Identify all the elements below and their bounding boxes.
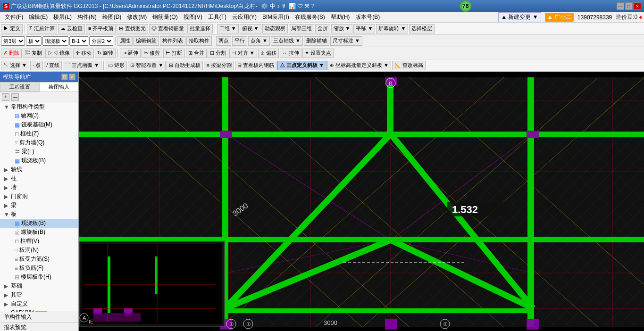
btn-line[interactable]: / 直线: [44, 61, 62, 70]
btn-rotate[interactable]: ↻ 旋转: [95, 49, 116, 58]
btn-align-top[interactable]: ≡ 齐平板顶: [86, 24, 116, 33]
btn-find[interactable]: ⊞ 查找图元: [117, 24, 148, 33]
menu-edit[interactable]: 编辑(E): [26, 12, 50, 22]
tree-raft[interactable]: ▦ 筏板基础(M): [0, 120, 78, 129]
sidebar-close-btn[interactable]: ×: [69, 74, 75, 80]
btn-component-list[interactable]: 构件列表: [160, 36, 185, 46]
expand-icon[interactable]: ▶: [4, 193, 9, 200]
menu-online[interactable]: 在线服务(S): [292, 12, 328, 22]
btn-copy[interactable]: ⿷ 复制: [23, 49, 44, 58]
tree-column[interactable]: ⊓ 框柱(Z): [0, 129, 78, 138]
btn-parallel[interactable]: 平行: [232, 36, 247, 46]
tree-col-cap[interactable]: ⊓ 柱帽(V): [0, 237, 78, 246]
guangfa-btn[interactable]: ▲ 广小二: [545, 13, 574, 22]
expand-icon[interactable]: ▶: [4, 166, 9, 173]
btn-zoom[interactable]: 缩放 ▼: [331, 24, 353, 33]
btn-dynamic[interactable]: 动态观察: [262, 24, 288, 33]
btn-local-3d[interactable]: 局部三维: [289, 24, 314, 33]
tree-axis[interactable]: ⊞ 轴网(J): [0, 111, 78, 120]
btn-select-floor[interactable]: 选择楼层: [409, 24, 435, 33]
tree-axis-group[interactable]: ▶ 轴线: [0, 165, 78, 174]
sidebar-minus-btn[interactable]: —: [11, 93, 19, 101]
btn-align[interactable]: ⊣ 对齐 ▼: [229, 49, 257, 58]
btn-rotate-screen[interactable]: 屏幕旋转 ▼: [376, 24, 408, 33]
menu-cloud[interactable]: 云应用(Y): [229, 12, 259, 22]
btn-dimension[interactable]: 尺寸标注 ▼: [330, 36, 362, 46]
btn-break[interactable]: ⊢ 打断: [163, 49, 184, 58]
btn-single-input[interactable]: 单构件输入: [0, 312, 78, 323]
tree-custom-group[interactable]: ▶ 自定义: [0, 299, 78, 308]
close-btn[interactable]: ×: [634, 2, 641, 10]
expand-icon[interactable]: ▼: [4, 211, 9, 218]
btn-pick[interactable]: 拾取构件: [186, 36, 212, 46]
menu-steel[interactable]: 钢筋量(Q): [150, 12, 180, 22]
btn-two-point[interactable]: 两点: [216, 36, 231, 46]
expand-icon[interactable]: ▶: [4, 202, 9, 209]
menu-draw[interactable]: 绘图(D): [100, 12, 125, 22]
new-change-btn[interactable]: ▲ 新建变更 ▼: [498, 12, 541, 22]
btn-summary[interactable]: Σ 汇总计算: [27, 24, 57, 33]
btn-cloud-check[interactable]: ☁ 云检查: [58, 24, 85, 33]
tree-slab-group[interactable]: ▼ 板: [0, 210, 78, 219]
tree-wall-group[interactable]: ▶ 墙: [0, 183, 78, 192]
btn-view-steel[interactable]: ◎ 查看钢筋量: [149, 24, 186, 33]
btn-delete[interactable]: ✗ 删除: [1, 49, 22, 58]
expand-icon[interactable]: ▶: [4, 301, 9, 307]
btn-merge[interactable]: ⊞ 合并: [186, 49, 207, 58]
btn-property[interactable]: 属性: [117, 36, 133, 46]
tree-cad-group[interactable]: ▶ CAD识别 NEW: [0, 308, 78, 312]
btn-offset[interactable]: ⊕ 偏移: [258, 49, 279, 58]
btn-define[interactable]: ▶ 定义: [1, 24, 23, 33]
menu-bim[interactable]: BIM应用(I): [259, 12, 292, 22]
tree-spiral-slab[interactable]: ◎ 螺旋板(B): [0, 228, 78, 237]
expand-icon[interactable]: ▶: [4, 292, 9, 298]
btn-check-height[interactable]: 📐 查改标高: [392, 61, 426, 70]
btn-batch[interactable]: 批量选择: [187, 24, 213, 33]
tree-beam[interactable]: 〓 梁(L): [0, 147, 78, 156]
tree-foundation-group[interactable]: ▶ 基础: [0, 281, 78, 290]
expand-icon[interactable]: ▶: [4, 283, 9, 290]
menu-component[interactable]: 构件(N): [75, 12, 100, 22]
btn-arc[interactable]: ⌒ 三点画弧 ▼: [63, 61, 101, 70]
tree-shearwall[interactable]: ≡ 剪力墙(Q): [0, 138, 78, 147]
expand-icon[interactable]: ▶: [4, 184, 9, 191]
id-select[interactable]: B-1: [69, 36, 88, 46]
tree-other-group[interactable]: ▶ 其它: [0, 290, 78, 299]
drawing-canvas[interactable]: tE 3000 1.532 .690 .690 B A: [79, 72, 644, 331]
btn-stretch[interactable]: ↔ 拉伸: [280, 49, 301, 58]
menu-file[interactable]: 文件(F): [2, 12, 26, 22]
tree-stress-bar[interactable]: ≡ 板受力筋(S): [0, 255, 78, 264]
tree-neg-bar[interactable]: ≡ 板负筋(F): [0, 264, 78, 273]
btn-mirror[interactable]: ▷◁ 镜像: [45, 49, 72, 58]
menu-version[interactable]: 版本号(B): [352, 12, 383, 22]
menu-tools[interactable]: 工具(T): [205, 12, 229, 22]
sidebar-float-btn[interactable]: ⊡: [61, 74, 68, 80]
expand-icon[interactable]: ▼: [4, 104, 9, 110]
btn-point-draw[interactable]: · 点: [30, 61, 43, 70]
floor-select[interactable]: 第3层: [1, 36, 25, 46]
minimize-btn[interactable]: —: [617, 2, 624, 10]
tree-cast-slab[interactable]: ▦ 现浇板(B): [0, 219, 78, 228]
btn-view-top[interactable]: 俯视 ▼: [240, 24, 261, 33]
tree-col-group[interactable]: ▶ 柱: [0, 174, 78, 183]
btn-trim[interactable]: ✂ 修剪: [142, 49, 162, 58]
tree-common-types[interactable]: ▼ 常用构件类型: [0, 102, 78, 111]
btn-auto-gen[interactable]: ⊞ 自动生成板: [167, 61, 203, 70]
tree-slab[interactable]: ▦ 现浇板(B): [0, 156, 78, 165]
btn-split-beam[interactable]: ≡ 按梁分割: [204, 61, 234, 70]
btn-extend[interactable]: ⇥ 延伸: [120, 49, 141, 58]
type-select[interactable]: 板: [26, 36, 42, 46]
btn-rect[interactable]: ▭ 矩形: [106, 61, 127, 70]
menu-help[interactable]: 帮助(H): [328, 12, 353, 22]
btn-three-axis[interactable]: 三点轴线 ▼: [271, 36, 303, 46]
btn-pan[interactable]: 平移 ▼: [353, 24, 375, 33]
menu-modify[interactable]: 修改(M): [124, 12, 150, 22]
sidebar-add-btn[interactable]: +: [2, 93, 9, 101]
tree-beam-group[interactable]: ▶ 梁: [0, 201, 78, 210]
tree-slab-hole[interactable]: □ 板洞(N): [0, 246, 78, 255]
btn-select[interactable]: ↖ 选择 ▼: [1, 61, 29, 70]
sidebar-header-btns[interactable]: ⊡ ×: [61, 74, 75, 80]
tab-project-settings[interactable]: 工程设置: [0, 82, 39, 91]
window-controls[interactable]: — □ ×: [617, 2, 641, 10]
btn-2d[interactable]: 二维 ▼: [217, 24, 239, 33]
